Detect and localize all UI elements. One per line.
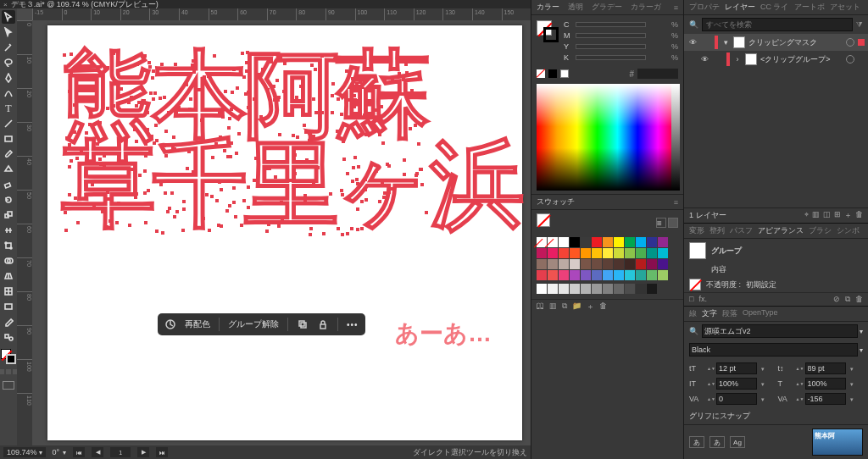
swatch[interactable] xyxy=(559,248,569,258)
swatch-lib-menu-icon[interactable]: 🕮 xyxy=(537,301,544,312)
right-top-tabs[interactable]: プロパテ レイヤー CC ライ アートボ アセット xyxy=(684,0,868,15)
cmyk-K-slider[interactable] xyxy=(576,55,646,60)
document-tab[interactable]: × デモ３.ai* @ 109.74 % (CMYK/プレビュー) xyxy=(0,0,531,8)
curvature-tool[interactable] xyxy=(2,86,15,100)
tracking-input[interactable] xyxy=(805,393,846,405)
paintbrush-tool[interactable] xyxy=(2,147,15,161)
draw-modes[interactable] xyxy=(0,369,18,374)
swatch[interactable] xyxy=(625,248,635,258)
color-panel-tabs[interactable]: カラー 透明 グラデー カラーガ ≡ xyxy=(531,0,683,15)
tab-swatches[interactable]: スウォッチ xyxy=(537,196,575,207)
glyph-snap-embox[interactable]: あ xyxy=(709,436,725,448)
tab-transparency[interactable]: 透明 xyxy=(568,2,583,13)
free-transform-tool[interactable] xyxy=(2,239,15,252)
tab-brushes[interactable]: ブラシ xyxy=(809,225,832,236)
swatch[interactable] xyxy=(625,237,635,247)
swatch[interactable] xyxy=(559,284,569,294)
layers-list[interactable]: 👁▾クリッピングマスク👁›<クリップグループ> xyxy=(684,34,868,169)
gradient-tool[interactable] xyxy=(2,300,15,313)
cmyk-C-slider[interactable] xyxy=(576,22,646,27)
none-swatch-icon[interactable] xyxy=(537,69,545,78)
mesh-tool[interactable] xyxy=(2,285,15,298)
swatch[interactable] xyxy=(614,248,624,258)
disclosure-icon[interactable]: › xyxy=(733,55,742,64)
leading-input[interactable] xyxy=(805,362,846,374)
current-fillstroke[interactable] xyxy=(537,213,555,232)
swatch[interactable] xyxy=(570,259,580,269)
visibility-icon[interactable]: 👁 xyxy=(687,38,698,47)
tab-gradient[interactable]: グラデー xyxy=(592,2,622,13)
tab-stroke[interactable]: 線 xyxy=(689,308,697,319)
artboard[interactable]: 熊本阿蘇 草千里ヶ浜 あーあ… 再配色 グループ解除 xyxy=(47,25,522,440)
swatch[interactable] xyxy=(625,259,635,269)
new-layer-icon[interactable]: ＋ xyxy=(844,210,852,221)
swatch[interactable] xyxy=(559,270,569,280)
swatch[interactable] xyxy=(570,270,580,280)
tab-assets[interactable]: アセット xyxy=(830,2,860,13)
swatch[interactable] xyxy=(625,284,635,294)
layer-row[interactable]: 👁›<クリップグループ> xyxy=(684,51,868,68)
navigator-thumb[interactable] xyxy=(812,429,863,456)
swatch[interactable] xyxy=(603,259,613,269)
direct-selection-tool[interactable] xyxy=(2,25,15,39)
rotate-view-value[interactable]: 0° xyxy=(53,448,60,456)
tab-color[interactable]: カラー xyxy=(537,2,559,13)
font-family-input[interactable] xyxy=(702,324,858,338)
pen-tool[interactable] xyxy=(2,71,15,85)
kerning-input[interactable] xyxy=(716,393,757,405)
selection-tool[interactable] xyxy=(2,10,15,24)
tab-opentype[interactable]: OpenType xyxy=(743,308,778,319)
tab-character[interactable]: 文字 xyxy=(702,308,717,319)
swatch-options-icon[interactable]: ⧉ xyxy=(562,301,567,312)
swatch-grid[interactable] xyxy=(531,235,683,282)
swatch-grid-view-icon[interactable] xyxy=(668,218,678,228)
tab-transform[interactable]: 変形 xyxy=(689,225,704,236)
zoom-select[interactable]: 109.74% xyxy=(3,447,46,457)
shape-builder-tool[interactable] xyxy=(2,254,15,268)
vertical-scale-input[interactable] xyxy=(716,378,757,390)
swatch[interactable] xyxy=(581,284,591,294)
outlined-text-line2[interactable]: 草千里ヶ浜 xyxy=(61,141,521,228)
contextual-task-bar[interactable]: 再配色 グループ解除 xyxy=(158,313,365,335)
swatch[interactable] xyxy=(548,284,558,294)
swatch[interactable] xyxy=(658,248,668,258)
blend-tool[interactable] xyxy=(2,330,15,344)
more-icon[interactable] xyxy=(347,320,359,329)
layer-search-input[interactable] xyxy=(702,18,853,31)
clear-appearance-icon[interactable]: ⊘ xyxy=(833,295,840,304)
swatch[interactable] xyxy=(658,270,668,280)
fill-stroke-swatch[interactable] xyxy=(537,20,559,42)
swatch[interactable] xyxy=(559,259,569,269)
tab-artboards[interactable]: アートボ xyxy=(794,2,825,13)
swatch[interactable] xyxy=(581,237,591,247)
cmyk-M-slider[interactable] xyxy=(576,33,646,38)
swatch[interactable] xyxy=(548,237,558,247)
scale-tool[interactable] xyxy=(2,208,15,222)
cmyk-Y-slider[interactable] xyxy=(576,44,646,49)
swatch-grays[interactable] xyxy=(531,282,683,299)
appearance-contents[interactable]: 内容 xyxy=(711,264,726,275)
artboard-prev-icon[interactable]: ◀ xyxy=(92,447,103,457)
swatch[interactable] xyxy=(548,270,558,280)
swatch[interactable] xyxy=(636,237,646,247)
tab-pathfinder[interactable]: パスフ xyxy=(730,225,753,236)
swatch-list-view-icon[interactable]: ≡ xyxy=(656,218,666,228)
swatch[interactable] xyxy=(581,270,591,280)
swatch[interactable] xyxy=(658,259,668,269)
swatch[interactable] xyxy=(592,270,602,280)
shaper-tool[interactable] xyxy=(2,163,15,176)
screen-mode[interactable] xyxy=(3,381,14,390)
swatch[interactable] xyxy=(603,248,613,258)
swatch[interactable] xyxy=(614,284,624,294)
horizontal-scale-input[interactable] xyxy=(805,378,846,390)
font-size-input[interactable] xyxy=(716,362,757,374)
swatch[interactable] xyxy=(647,248,657,258)
swatch[interactable] xyxy=(614,259,624,269)
make-clip-icon[interactable]: ◫ xyxy=(823,210,831,221)
stepper-icon[interactable]: ▲▼ xyxy=(707,362,714,374)
canvas-area[interactable]: -150102030405060708090100110120130140150… xyxy=(17,8,531,445)
font-style-input[interactable] xyxy=(689,343,858,357)
swatch[interactable] xyxy=(581,259,591,269)
eraser-tool[interactable] xyxy=(2,178,15,191)
black-swatch-icon[interactable] xyxy=(548,69,557,78)
